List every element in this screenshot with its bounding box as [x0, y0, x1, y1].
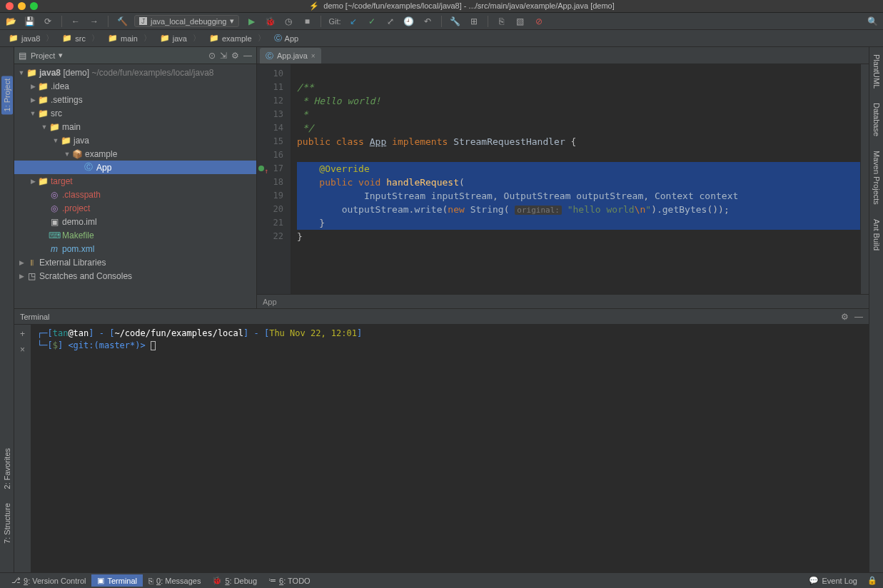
- tree-src[interactable]: ▼📁src: [14, 106, 256, 120]
- project-view-icon: ▤: [19, 51, 26, 61]
- presentation-icon[interactable]: ⊘: [533, 15, 545, 28]
- tree-main[interactable]: ▼📁main: [14, 120, 256, 133]
- main-area: 1: Project 2: Favorites 7: Structure ▤ P…: [0, 47, 883, 572]
- crumb-main[interactable]: 📁main: [104, 33, 156, 44]
- search-icon[interactable]: 🔍: [866, 15, 879, 28]
- run-config-selector[interactable]: 🅹 java_local_debugging ▾: [134, 15, 239, 27]
- favorites-tool-tab[interactable]: 2: Favorites: [3, 448, 11, 489]
- separator: [441, 16, 442, 27]
- structure-tool-tab[interactable]: 7: Structure: [3, 503, 11, 544]
- tree-pom[interactable]: mpom.xml: [14, 242, 256, 255]
- tree-scratch[interactable]: ▶◳Scratches and Consoles: [14, 269, 256, 283]
- sdk-icon[interactable]: ⎘: [495, 15, 508, 28]
- tree-settings[interactable]: ▶📁.settings: [14, 93, 256, 106]
- line-gutter: 10 11 12 13 14 15 16 ↑17 18 19 20 21 22: [257, 64, 291, 294]
- project-tree[interactable]: ▼📁 java8 [demo] ~/code/fun/examples/loca…: [14, 64, 256, 308]
- crumb-src[interactable]: 📁src: [58, 33, 104, 44]
- refresh-icon[interactable]: ⟳: [41, 15, 54, 28]
- lock-icon[interactable]: 🔒: [867, 576, 877, 585]
- git-revert-icon[interactable]: ↶: [421, 15, 434, 28]
- run-icon[interactable]: ▶: [245, 15, 258, 28]
- nav-breadcrumbs: 📁java8 📁src 📁main 📁java 📁example ⒸApp: [0, 30, 883, 47]
- wrench-icon[interactable]: 🔧: [449, 15, 462, 28]
- code-area[interactable]: 10 11 12 13 14 15 16 ↑17 18 19 20 21 22: [257, 64, 869, 294]
- project-tool-tab[interactable]: 1: Project: [1, 76, 13, 114]
- sb-event-log[interactable]: 💬Event Log: [803, 574, 863, 587]
- forward-icon[interactable]: →: [88, 15, 101, 28]
- coverage-icon[interactable]: ◷: [282, 15, 295, 28]
- open-icon[interactable]: 📂: [4, 15, 17, 28]
- stop-icon[interactable]: ■: [301, 15, 313, 28]
- sb-vcs[interactable]: ⎇9: Version Control: [6, 574, 91, 587]
- editor-crumb-app[interactable]: App: [263, 298, 277, 306]
- git-history-icon[interactable]: 🕘: [403, 15, 415, 28]
- gear-icon[interactable]: ⚙: [841, 312, 849, 322]
- editor: Ⓒ App.java × 10 11 12 13 14 15 16 ↑17: [257, 47, 869, 308]
- terminal-content[interactable]: ┌─[tan@tan] - [~/code/fun/examples/local…: [31, 325, 869, 572]
- avd-icon[interactable]: ▧: [514, 15, 527, 28]
- separator: [321, 16, 321, 27]
- window-title: ⚡ demo [~/code/fun/examples/local/java8]…: [46, 1, 877, 11]
- save-icon[interactable]: 💾: [23, 15, 36, 28]
- tree-root[interactable]: ▼📁 java8 [demo] ~/code/fun/examples/loca…: [14, 66, 256, 79]
- hide-icon[interactable]: —: [243, 51, 252, 61]
- crumb-app[interactable]: ⒸApp: [270, 33, 309, 44]
- ant-tab[interactable]: Ant Build: [872, 219, 881, 250]
- build-icon[interactable]: 🔨: [116, 15, 128, 28]
- tree-app[interactable]: ⒸApp: [14, 161, 256, 174]
- crumb-java8[interactable]: 📁java8: [4, 33, 58, 44]
- collapse-icon[interactable]: ⇲: [220, 51, 227, 61]
- tree-idea[interactable]: ▶📁.idea: [14, 79, 256, 93]
- sb-messages[interactable]: ⎘0: Messages: [143, 575, 206, 587]
- close-tab-icon[interactable]: ×: [311, 52, 316, 60]
- window-controls: [6, 2, 38, 10]
- git-label: Git:: [328, 17, 340, 26]
- tree-extlib[interactable]: ▶⫴External Libraries: [14, 255, 256, 269]
- separator: [108, 16, 109, 27]
- git-commit-icon[interactable]: ✓: [365, 15, 378, 28]
- code-text[interactable]: /** * Hello world! * */ public class App…: [291, 64, 860, 294]
- maven-tab[interactable]: Maven Projects: [872, 151, 881, 205]
- tree-makefile[interactable]: ⌨Makefile: [14, 228, 256, 242]
- sb-terminal[interactable]: ▣Terminal: [91, 574, 143, 587]
- dropdown-icon: ▾: [59, 51, 63, 60]
- scroll-to-icon[interactable]: ⊙: [208, 51, 216, 61]
- sb-todo[interactable]: ≔6: TODO: [263, 574, 316, 587]
- plantuml-tab[interactable]: PlantUML: [872, 54, 881, 88]
- left-tool-gutter: 1: Project 2: Favorites 7: Structure: [0, 47, 14, 572]
- crumb-java[interactable]: 📁java: [156, 33, 205, 44]
- override-marker-icon[interactable]: [258, 166, 264, 171]
- main-toolbar: 📂 💾 ⟳ ← → 🔨 🅹 java_local_debugging ▾ ▶ 🐞…: [0, 13, 883, 30]
- editor-crumb-bar: App: [257, 294, 869, 308]
- git-compare-icon[interactable]: ⤢: [384, 15, 397, 28]
- structure-icon[interactable]: ⊞: [468, 15, 480, 28]
- gear-icon[interactable]: ⚙: [231, 51, 239, 61]
- lightning-icon: ⚡: [309, 1, 319, 10]
- terminal-header: Terminal ⚙ —: [14, 309, 869, 325]
- maximize-window-icon[interactable]: [30, 2, 38, 10]
- project-view-selector[interactable]: Project ▾: [31, 51, 204, 60]
- sb-debug[interactable]: 🐞5: Debug: [206, 574, 263, 587]
- separator: [61, 16, 62, 27]
- editor-scrollbar[interactable]: [860, 64, 869, 294]
- add-terminal-icon[interactable]: +: [20, 329, 25, 339]
- minimize-window-icon[interactable]: [18, 2, 26, 10]
- git-update-icon[interactable]: ↙: [347, 15, 360, 28]
- tree-target[interactable]: ▶📁target: [14, 174, 256, 188]
- dropdown-icon: ▾: [230, 16, 234, 26]
- back-icon[interactable]: ←: [69, 15, 82, 28]
- tree-classpath[interactable]: ◎.classpath: [14, 188, 256, 201]
- crumb-example[interactable]: 📁example: [205, 33, 270, 44]
- terminal-panel: Terminal ⚙ — + × ┌─[tan@tan] - [~/code/f…: [14, 308, 869, 572]
- hide-icon[interactable]: —: [854, 312, 863, 322]
- database-tab[interactable]: Database: [872, 103, 881, 136]
- tree-project[interactable]: ◎.project: [14, 201, 256, 215]
- separator: [488, 16, 488, 27]
- tree-demo-iml[interactable]: ▣demo.iml: [14, 215, 256, 228]
- close-terminal-icon[interactable]: ×: [20, 345, 25, 355]
- tab-app-java[interactable]: Ⓒ App.java ×: [260, 48, 321, 64]
- tree-example[interactable]: ▼📦example: [14, 147, 256, 161]
- close-window-icon[interactable]: [6, 2, 14, 10]
- debug-icon[interactable]: 🐞: [263, 15, 276, 28]
- tree-java[interactable]: ▼📁java: [14, 133, 256, 147]
